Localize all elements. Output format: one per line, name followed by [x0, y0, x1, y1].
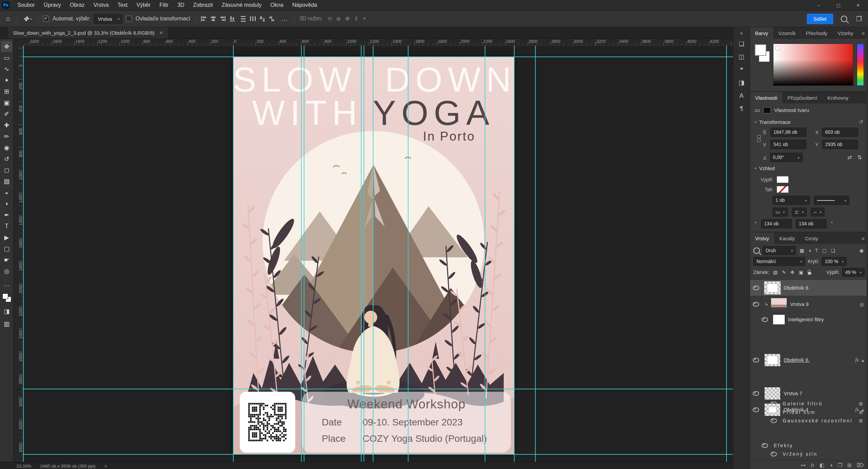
close-icon[interactable]: ✕: [848, 0, 868, 10]
layer-filter-icon-4[interactable]: ❏: [830, 248, 836, 253]
width-field[interactable]: 1847,99 ob: [770, 128, 806, 137]
guide-vertical[interactable]: [233, 45, 234, 462]
hand-tool[interactable]: ☛: [1, 254, 12, 265]
eye-icon[interactable]: [753, 407, 759, 412]
opacity-dropdown[interactable]: 100 %: [822, 257, 847, 266]
tab-p-izp-soben-[interactable]: Přizpůsobení: [782, 92, 822, 103]
guide-vertical[interactable]: [361, 45, 362, 462]
distribute-center-icon[interactable]: [268, 15, 276, 22]
menu-item-1[interactable]: Úpravy: [39, 0, 66, 10]
flip-vertical-icon[interactable]: ⇅: [856, 154, 863, 161]
mode-3d-icon-3[interactable]: ⇕: [353, 15, 360, 22]
distribute-v-icon[interactable]: [239, 15, 247, 22]
mode-3d-icon-0[interactable]: ⟲: [326, 15, 333, 22]
rectangle-tool[interactable]: ▢: [1, 243, 12, 254]
menu-item-8[interactable]: Zobrazit: [189, 0, 217, 10]
stroke-corner-dropdown[interactable]: ⌐: [811, 208, 824, 216]
align-left-icon[interactable]: [200, 15, 207, 22]
brush-tool[interactable]: ✏: [1, 131, 12, 142]
mode-3d-icon-1[interactable]: ⊕: [335, 15, 342, 22]
x-field[interactable]: 603 ob: [822, 128, 858, 137]
lock-icon-2[interactable]: ✥: [789, 270, 796, 275]
transform-controls-checkbox[interactable]: [126, 16, 132, 22]
menu-item-5[interactable]: Výběr: [132, 0, 155, 10]
quick-mask-icon[interactable]: ◨: [1, 306, 12, 317]
menu-item-10[interactable]: Okna: [266, 0, 288, 10]
layer-name[interactable]: Vrstva 7: [784, 390, 802, 396]
layer-thumbnail[interactable]: [765, 404, 780, 416]
stroke-width-field[interactable]: 1 ob: [772, 196, 810, 205]
adjustment-layer-icon[interactable]: ◑: [830, 462, 833, 468]
auto-select-target-dropdown[interactable]: Vrstva: [94, 14, 122, 24]
hue-slider[interactable]: [857, 44, 864, 86]
gradient-tool[interactable]: ▨: [1, 176, 12, 187]
link-dimensions-icon[interactable]: [755, 135, 763, 142]
layer-name[interactable]: Efekty: [774, 443, 793, 448]
workspace-switcher-icon[interactable]: ❐: [854, 15, 864, 23]
guide-vertical[interactable]: [535, 45, 536, 462]
align-center-h-icon[interactable]: [210, 15, 217, 22]
layer-fx-icon[interactable]: fx: [855, 407, 859, 413]
chevron-down-icon[interactable]: ▾: [755, 120, 756, 124]
guide-vertical[interactable]: [373, 45, 373, 462]
align-right-icon[interactable]: [219, 15, 227, 22]
fill-color-swatch[interactable]: [777, 176, 789, 183]
zoom-tool[interactable]: ◎: [1, 265, 12, 277]
lock-icon-0[interactable]: ▨: [772, 270, 779, 275]
layer-search-icon[interactable]: [753, 247, 760, 254]
layer-name[interactable]: Vrstva 9: [790, 301, 808, 307]
layer-thumbnail[interactable]: [771, 298, 787, 310]
pen-tool[interactable]: ✒: [1, 209, 12, 221]
lock-icon-1[interactable]: ✎: [781, 270, 787, 275]
layer-filter-icon-2[interactable]: T: [814, 248, 819, 253]
tab-close-icon[interactable]: ✕: [159, 30, 163, 35]
link-layers-icon[interactable]: ⊶: [801, 462, 806, 468]
comments-panel-icon[interactable]: ❝: [735, 63, 748, 76]
tab-barvy[interactable]: Barvy: [750, 27, 773, 39]
guide-vertical[interactable]: [408, 45, 408, 462]
layer-filter-icon-0[interactable]: ▦: [799, 248, 805, 253]
tab-vzorn-k[interactable]: Vzorník: [773, 27, 801, 39]
home-icon[interactable]: ⌂: [4, 15, 12, 22]
layer-row[interactable]: Obdélník 6.fx▴: [750, 352, 868, 368]
menu-item-0[interactable]: Soubor: [13, 0, 39, 10]
eye-icon[interactable]: [762, 317, 768, 322]
layer-name[interactable]: Obdélník 4: [784, 407, 808, 413]
menu-item-11[interactable]: Nápověda: [288, 0, 321, 10]
layer-row[interactable]: Vržený stín: [750, 450, 868, 458]
eye-icon[interactable]: [770, 418, 777, 423]
chevron-up-icon[interactable]: ▴: [862, 357, 864, 363]
corner-radius-field-2[interactable]: 134 ob: [796, 219, 827, 228]
document-tab[interactable]: Slow_down_with_yoga_2_3.psd @ 33,3% (Obd…: [8, 27, 169, 38]
quick-selection-tool[interactable]: ✦: [1, 75, 12, 86]
guide-vertical[interactable]: [304, 45, 304, 462]
lock-icon-3[interactable]: ▣: [798, 270, 804, 275]
layer-filter-icon-1[interactable]: ◑: [807, 248, 812, 253]
tab-kan-ly[interactable]: Kanály: [774, 232, 800, 244]
saturation-brightness-field[interactable]: [773, 44, 853, 86]
filter-options-icon[interactable]: ≣: [859, 418, 864, 423]
new-layer-icon[interactable]: ⊞: [847, 462, 852, 468]
poster-canvas[interactable]: SLOW DOWN WITHYOGA In Porto Weekend Work…: [233, 56, 514, 454]
layer-thumbnail[interactable]: [765, 387, 780, 400]
artboard-panel-icon[interactable]: ❏: [735, 37, 748, 50]
layer-name[interactable]: Gaussovské rozostření: [783, 418, 853, 423]
eye-icon[interactable]: [753, 302, 759, 307]
lasso-tool[interactable]: ∿: [1, 63, 12, 75]
menu-item-6[interactable]: Filtr: [155, 0, 173, 10]
history-brush-tool[interactable]: ↺: [1, 153, 12, 164]
layer-row[interactable]: Efekty: [750, 441, 868, 450]
paragraph-panel-icon[interactable]: ¶: [735, 102, 748, 115]
foreground-background-swatches[interactable]: [2, 293, 11, 302]
layer-row[interactable]: ↳Vrstva 9◎: [750, 296, 868, 312]
layer-row[interactable]: Obdélník 4fx▴: [750, 402, 868, 418]
layer-thumbnail[interactable]: [765, 354, 780, 366]
smart-filter-icon[interactable]: ◎: [860, 302, 864, 307]
layer-fill-dropdown[interactable]: 49 %: [842, 268, 865, 277]
guide-vertical[interactable]: [364, 45, 364, 462]
status-chevron-icon[interactable]: >: [104, 464, 107, 469]
chevron-up-icon[interactable]: ▴: [862, 407, 864, 413]
guide-vertical[interactable]: [726, 45, 727, 462]
layer-thumbnail[interactable]: [765, 282, 780, 294]
corner-radius-field-1[interactable]: 134 ob: [761, 219, 792, 228]
